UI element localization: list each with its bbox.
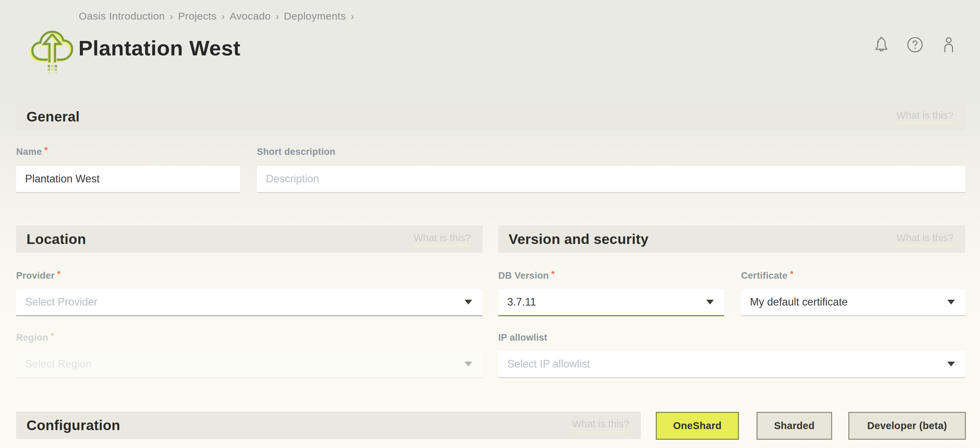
required-asterisk: * bbox=[51, 331, 54, 341]
db-version-value: 3.7.11 bbox=[507, 296, 536, 308]
notifications-bell-icon[interactable] bbox=[871, 34, 891, 56]
breadcrumb: Oasis Introduction›Projects›Avocado›Depl… bbox=[79, 10, 359, 22]
provider-placeholder: Select Provider bbox=[25, 296, 97, 308]
what-is-this-link[interactable]: What is this? bbox=[414, 232, 471, 246]
certificate-label: Certificate* bbox=[741, 271, 794, 281]
certificate-select[interactable]: My default certificate bbox=[741, 289, 965, 316]
required-asterisk: * bbox=[551, 269, 555, 279]
section-header-configuration: Configuration What is this? bbox=[16, 411, 641, 439]
deployment-cloud-icon bbox=[29, 26, 76, 75]
ip-allowlist-placeholder: Select IP allowlist bbox=[507, 358, 590, 370]
section-header-version-security: Version and security What is this? bbox=[498, 225, 965, 253]
ip-allowlist-select[interactable]: Select IP allowlist bbox=[498, 351, 965, 378]
breadcrumb-item-projects[interactable]: Projects bbox=[178, 10, 216, 22]
what-is-this-link[interactable]: What is this? bbox=[896, 232, 953, 246]
deployment-edit-page: Oasis Introduction›Projects›Avocado›Depl… bbox=[0, 0, 980, 448]
db-version-label: DB Version* bbox=[498, 271, 555, 281]
certificate-value: My default certificate bbox=[750, 296, 848, 308]
section-title: General bbox=[27, 109, 80, 125]
mode-button-oneshard[interactable]: OneShard bbox=[656, 412, 739, 440]
header-actions bbox=[871, 34, 959, 56]
dotted-tail bbox=[48, 65, 57, 74]
chevron-down-icon bbox=[465, 300, 472, 305]
chevron-down-icon bbox=[465, 362, 472, 367]
breadcrumb-separator: › bbox=[170, 11, 173, 22]
section-title: Location bbox=[27, 231, 86, 247]
breadcrumb-separator: › bbox=[276, 11, 279, 22]
page-title: Plantation West bbox=[78, 36, 240, 60]
chevron-down-icon bbox=[706, 300, 714, 305]
short-description-input[interactable] bbox=[257, 166, 965, 193]
section-title: Version and security bbox=[509, 231, 649, 247]
help-icon[interactable] bbox=[905, 34, 925, 56]
breadcrumb-item-deployments[interactable]: Deployments bbox=[284, 10, 346, 22]
region-placeholder: Select Region bbox=[25, 358, 91, 370]
provider-label: Provider* bbox=[16, 271, 60, 281]
chevron-down-icon bbox=[947, 362, 955, 367]
section-header-location: Location What is this? bbox=[16, 225, 482, 253]
db-version-select[interactable]: 3.7.11 bbox=[498, 289, 724, 316]
required-asterisk: * bbox=[57, 269, 60, 279]
region-select: Select Region bbox=[16, 351, 482, 378]
mode-button-sharded[interactable]: Sharded bbox=[756, 412, 832, 440]
ip-allowlist-label: IP allowlist bbox=[498, 332, 547, 343]
required-asterisk: * bbox=[790, 269, 793, 279]
what-is-this-link[interactable]: What is this? bbox=[572, 418, 629, 432]
short-description-label: Short description bbox=[257, 147, 336, 157]
section-title: Configuration bbox=[27, 418, 120, 434]
what-is-this-link[interactable]: What is this? bbox=[896, 110, 953, 124]
breadcrumb-separator: › bbox=[351, 11, 354, 22]
provider-select[interactable]: Select Provider bbox=[16, 289, 482, 316]
user-icon[interactable] bbox=[939, 34, 959, 56]
breadcrumb-item-avocado[interactable]: Avocado bbox=[230, 10, 271, 22]
section-header-general: General What is this? bbox=[16, 103, 965, 131]
mode-button-developer-beta[interactable]: Developer (beta) bbox=[848, 412, 966, 440]
breadcrumb-item-oasis-introduction[interactable]: Oasis Introduction bbox=[79, 10, 165, 22]
required-asterisk: * bbox=[45, 145, 48, 155]
name-input[interactable] bbox=[16, 166, 240, 193]
name-label: Name* bbox=[16, 147, 48, 157]
region-label: Region* bbox=[16, 332, 54, 343]
breadcrumb-separator: › bbox=[221, 11, 225, 22]
chevron-down-icon bbox=[947, 300, 955, 305]
